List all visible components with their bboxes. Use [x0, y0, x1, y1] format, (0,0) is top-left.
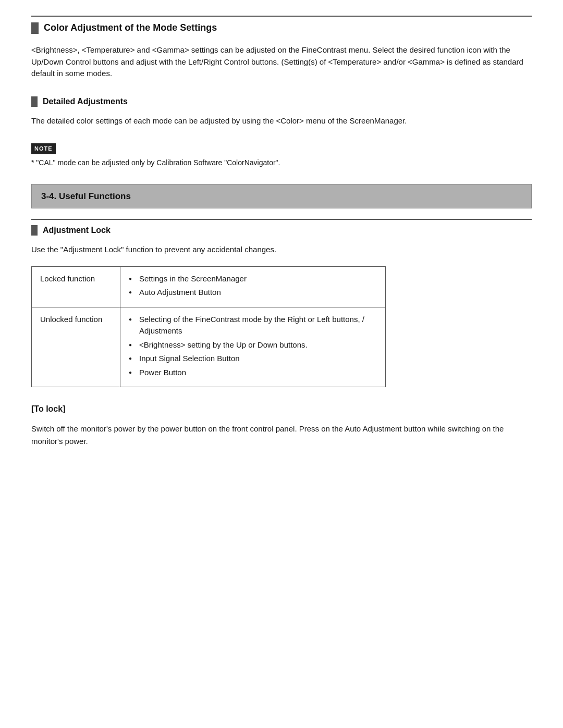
to-lock-title: [To lock] [31, 403, 532, 415]
color-adjustment-body: <Brightness>, <Temperature> and <Gamma> … [31, 44, 532, 80]
color-adjustment-section-header: Color Adjustment of the Mode Settings [31, 16, 532, 35]
locked-function-row: Locked function Settings in the ScreenMa… [32, 266, 386, 307]
adjustment-lock-header: Adjustment Lock [31, 219, 532, 237]
unlocked-items-list: Selecting of the FineContrast mode by th… [129, 314, 377, 379]
to-lock-description: Switch off the monitor's power by the po… [31, 423, 532, 448]
section-color-bar [31, 22, 39, 34]
color-adjustment-text: <Brightness>, <Temperature> and <Gamma> … [31, 44, 532, 80]
locked-function-label: Locked function [32, 266, 120, 307]
unlocked-function-content: Selecting of the FineContrast mode by th… [120, 307, 386, 387]
unlocked-function-row: Unlocked function Selecting of the FineC… [32, 307, 386, 387]
list-item: <Brightness> setting by the Up or Down b… [129, 339, 377, 351]
list-item: Auto Adjustment Button [129, 287, 377, 299]
unlocked-function-label: Unlocked function [32, 307, 120, 387]
adjustment-lock-title: Adjustment Lock [43, 224, 111, 237]
adjustment-lock-table: Locked function Settings in the ScreenMa… [31, 266, 386, 388]
list-item: Settings in the ScreenManager [129, 273, 377, 285]
color-adjustment-title: Color Adjustment of the Mode Settings [44, 21, 217, 35]
locked-function-content: Settings in the ScreenManager Auto Adjus… [120, 266, 386, 307]
useful-functions-banner: 3-4. Useful Functions [31, 184, 532, 209]
list-item: Selecting of the FineContrast mode by th… [129, 314, 377, 337]
note-text: * "CAL" mode can be adjusted only by Cal… [31, 157, 532, 168]
note-container: NOTE * "CAL" mode can be adjusted only b… [31, 142, 532, 168]
detailed-adjustments-text: The detailed color settings of each mode… [31, 115, 532, 127]
detailed-adjustments-header: Detailed Adjustments [31, 95, 532, 108]
detailed-adjustments-title: Detailed Adjustments [43, 95, 128, 108]
locked-items-list: Settings in the ScreenManager Auto Adjus… [129, 273, 377, 299]
adjustment-lock-bar [31, 225, 38, 236]
detailed-adjustments-body: The detailed color settings of each mode… [31, 115, 532, 127]
list-item: Input Signal Selection Button [129, 353, 377, 365]
adjustment-lock-description: Use the "Adjustment Lock" function to pr… [31, 244, 532, 256]
detailed-subsection-bar [31, 96, 38, 107]
list-item: Power Button [129, 367, 377, 379]
note-label: NOTE [31, 143, 56, 154]
